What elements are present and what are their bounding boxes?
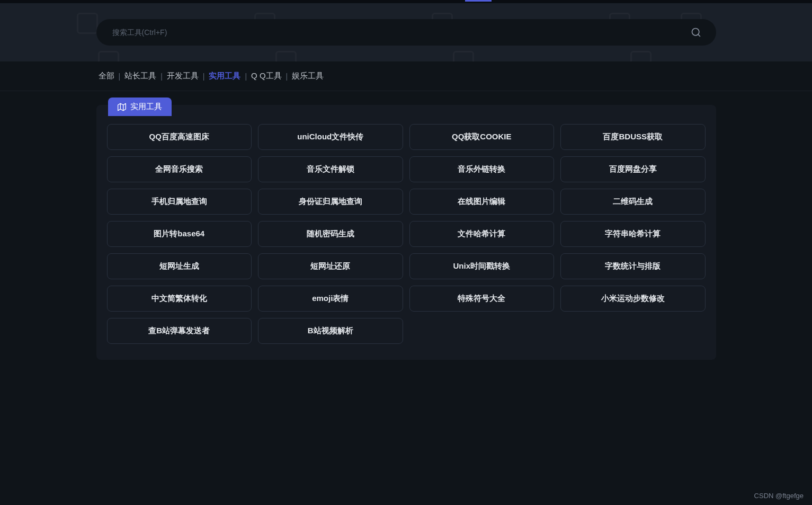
search-input[interactable] bbox=[107, 28, 686, 37]
tool-card[interactable]: 图片转base64 bbox=[107, 221, 252, 247]
tool-card[interactable]: 查B站弹幕发送者 bbox=[107, 318, 252, 344]
category-nav: 全部 | 站长工具 | 开发工具 | 实用工具 | Q Q工具 | 娱乐工具 bbox=[0, 61, 812, 91]
search-icon bbox=[691, 27, 701, 38]
watermark: CSDN @ftgefge bbox=[754, 492, 804, 500]
tool-card[interactable]: 文件哈希计算 bbox=[409, 221, 555, 247]
tool-card[interactable]: emoji表情 bbox=[258, 286, 403, 312]
tool-card[interactable]: 特殊符号大全 bbox=[409, 286, 555, 312]
main-panel: 实用工具 QQ百度高速图床uniCloud文件快传QQ获取COOKIE百度BDU… bbox=[96, 105, 716, 360]
tool-card[interactable]: 全网音乐搜索 bbox=[107, 156, 252, 182]
map-icon bbox=[118, 103, 126, 111]
tools-grid: QQ百度高速图床uniCloud文件快传QQ获取COOKIE百度BDUSS获取全… bbox=[96, 105, 716, 349]
tool-card[interactable]: QQ百度高速图床 bbox=[107, 124, 252, 150]
tool-card[interactable]: 百度网盘分享 bbox=[560, 156, 706, 182]
tool-card[interactable]: Unix时间戳转换 bbox=[409, 253, 555, 279]
tool-card[interactable]: uniCloud文件快传 bbox=[258, 124, 403, 150]
nav-separator: | bbox=[119, 72, 121, 81]
tool-card[interactable]: B站视频解析 bbox=[258, 318, 403, 344]
nav-item-0[interactable]: 全部 bbox=[96, 70, 117, 82]
nav-item-1[interactable]: 站长工具 bbox=[122, 70, 158, 82]
search-bar bbox=[96, 19, 716, 46]
search-section bbox=[0, 3, 812, 61]
nav-item-2[interactable]: 开发工具 bbox=[165, 70, 201, 82]
category-tab: 实用工具 bbox=[108, 98, 172, 116]
tool-card[interactable]: QQ获取COOKIE bbox=[409, 124, 555, 150]
search-button[interactable] bbox=[686, 23, 706, 42]
tool-card[interactable]: 身份证归属地查询 bbox=[258, 189, 403, 215]
nav-separator: | bbox=[286, 72, 288, 81]
tool-card[interactable]: 音乐文件解锁 bbox=[258, 156, 403, 182]
tool-card[interactable]: 二维码生成 bbox=[560, 189, 706, 215]
tool-card[interactable]: 短网址生成 bbox=[107, 253, 252, 279]
nav-separator: | bbox=[245, 72, 247, 81]
tool-card[interactable]: 手机归属地查询 bbox=[107, 189, 252, 215]
tool-card[interactable]: 百度BDUSS获取 bbox=[560, 124, 706, 150]
tool-card[interactable]: 在线图片编辑 bbox=[409, 189, 555, 215]
nav-separator: | bbox=[160, 72, 163, 81]
tool-card[interactable]: 中文简繁体转化 bbox=[107, 286, 252, 312]
tool-card[interactable]: 小米运动步数修改 bbox=[560, 286, 706, 312]
nav-item-4[interactable]: Q Q工具 bbox=[249, 70, 284, 82]
svg-marker-2 bbox=[118, 103, 126, 110]
tool-card[interactable]: 短网址还原 bbox=[258, 253, 403, 279]
tool-card[interactable]: 音乐外链转换 bbox=[409, 156, 555, 182]
svg-line-1 bbox=[698, 34, 700, 37]
tool-card[interactable]: 字数统计与排版 bbox=[560, 253, 706, 279]
nav-item-5[interactable]: 娱乐工具 bbox=[290, 70, 326, 82]
top-indicator bbox=[465, 0, 492, 2]
nav-item-3[interactable]: 实用工具 bbox=[207, 70, 243, 82]
tool-card[interactable]: 随机密码生成 bbox=[258, 221, 403, 247]
tool-card[interactable]: 字符串哈希计算 bbox=[560, 221, 706, 247]
category-label: 实用工具 bbox=[130, 102, 162, 112]
nav-separator: | bbox=[203, 72, 205, 81]
